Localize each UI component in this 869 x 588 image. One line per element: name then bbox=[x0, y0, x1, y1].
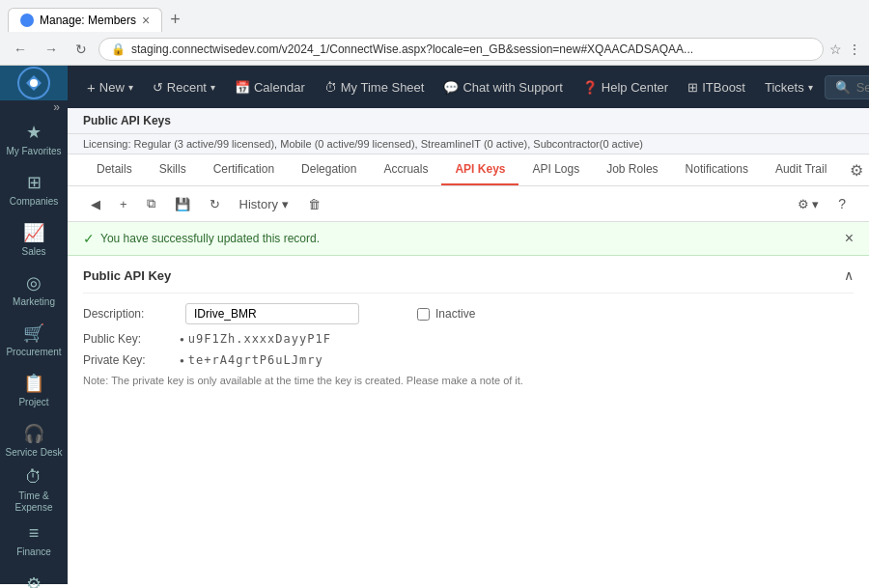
success-message: You have successfully updated this recor… bbox=[100, 232, 320, 245]
top-navigation: + New ▾ ↺ Recent ▾ 📅 Calendar ⏱ My Time … bbox=[68, 66, 869, 108]
main-content: Public API Keys Licensing: Regular (3 ac… bbox=[68, 108, 869, 584]
new-menu[interactable]: + New ▾ bbox=[79, 73, 141, 101]
public-key-row: Public Key: ● u9F1Zh.xxxxDayyP1F bbox=[83, 332, 854, 346]
system-icon: ⚙ bbox=[26, 574, 42, 589]
content-header: Public API Keys bbox=[68, 108, 869, 134]
chat-menu[interactable]: 💬 Chat with Support bbox=[435, 74, 570, 100]
sidebar-item-favorites[interactable]: ★ My Favorites bbox=[0, 114, 68, 164]
tab-certification[interactable]: Certification bbox=[200, 154, 288, 185]
browser-tab[interactable]: Manage: Members × bbox=[8, 8, 162, 32]
tab-skills[interactable]: Skills bbox=[146, 154, 200, 185]
search-input[interactable] bbox=[856, 80, 869, 95]
tab-notifications[interactable]: Notifications bbox=[672, 154, 762, 185]
sidebar-item-project[interactable]: 📋 Project bbox=[0, 365, 68, 415]
expand-icon[interactable]: » bbox=[53, 100, 60, 114]
companies-icon: ⊞ bbox=[27, 172, 42, 193]
tab-audit-trail[interactable]: Audit Trail bbox=[762, 154, 840, 185]
sidebar-item-finance-label: Finance bbox=[16, 546, 51, 558]
browser-menu-button[interactable]: ⋮ bbox=[848, 42, 861, 57]
success-banner: ✓ You have successfully updated this rec… bbox=[68, 222, 869, 256]
private-key-row: Private Key: ● te+rA4grtP6uLJmry bbox=[83, 353, 854, 367]
time-icon: ⏱ bbox=[25, 467, 42, 488]
address-bar: 🔒 bbox=[98, 38, 824, 61]
settings-button[interactable]: ⚙ ▾ bbox=[790, 193, 827, 215]
add-button[interactable]: + bbox=[112, 193, 135, 215]
itboost-menu[interactable]: ⊞ ITBoost bbox=[680, 74, 753, 100]
copy-icon: ⧉ bbox=[147, 196, 155, 211]
forward-button[interactable]: → bbox=[39, 38, 64, 61]
back-icon: ◀ bbox=[91, 197, 100, 211]
collapse-button[interactable]: ∧ bbox=[844, 267, 854, 283]
sidebar-item-finance[interactable]: ≡ Finance bbox=[0, 516, 68, 566]
search-box[interactable]: 🔍 bbox=[825, 75, 869, 99]
url-input[interactable] bbox=[131, 42, 811, 56]
refresh-button[interactable]: ↻ bbox=[202, 193, 228, 215]
tab-delegation[interactable]: Delegation bbox=[288, 154, 370, 185]
add-icon: + bbox=[120, 197, 127, 211]
sidebar-item-servicedesk-label: Service Desk bbox=[6, 447, 63, 459]
sidebar-item-procurement-label: Procurement bbox=[6, 347, 61, 358]
api-key-section: Public API Key ∧ Description: Inactive bbox=[68, 256, 869, 398]
tickets-menu[interactable]: Tickets ▾ bbox=[757, 74, 821, 100]
success-check-icon: ✓ bbox=[83, 231, 95, 246]
licensing-info: Licensing: Regular (3 active/99 licensed… bbox=[68, 134, 869, 154]
itboost-icon: ⊞ bbox=[687, 80, 698, 95]
bookmark-button[interactable]: ☆ bbox=[829, 42, 842, 57]
tab-job-roles[interactable]: Job Roles bbox=[593, 154, 671, 185]
close-tab-button[interactable]: × bbox=[142, 14, 150, 27]
success-close-button[interactable]: × bbox=[845, 230, 854, 247]
sidebar-item-time-label: Time & Expense bbox=[4, 490, 64, 514]
history-button[interactable]: History ▾ bbox=[232, 193, 296, 215]
sidebar-item-procurement[interactable]: 🛒 Procurement bbox=[0, 315, 68, 365]
sidebar-item-servicedesk[interactable]: 🎧 Service Desk bbox=[0, 415, 68, 465]
servicedesk-icon: 🎧 bbox=[23, 423, 44, 444]
sidebar-item-time[interactable]: ⏱ Time & Expense bbox=[0, 465, 68, 516]
sidebar-expand[interactable]: » bbox=[0, 100, 68, 114]
new-tab-button[interactable]: + bbox=[166, 6, 184, 34]
recent-chevron-icon: ▾ bbox=[210, 82, 215, 93]
reload-button[interactable]: ↻ bbox=[70, 38, 93, 61]
sidebar-item-marketing-label: Marketing bbox=[13, 296, 55, 308]
tab-api-keys[interactable]: API Keys bbox=[441, 154, 519, 185]
marketing-icon: ◎ bbox=[26, 272, 42, 294]
history-label: History ▾ bbox=[239, 197, 289, 211]
tab-details[interactable]: Details bbox=[83, 154, 146, 185]
help-menu[interactable]: ❓ Help Center bbox=[575, 74, 676, 100]
favorites-icon: ★ bbox=[26, 122, 42, 143]
chat-icon: 💬 bbox=[443, 80, 459, 95]
sidebar-item-sales[interactable]: 📈 Sales bbox=[0, 214, 68, 265]
tab-api-logs[interactable]: API Logs bbox=[519, 154, 593, 185]
logo[interactable] bbox=[0, 66, 68, 100]
procurement-icon: 🛒 bbox=[23, 322, 44, 344]
svg-point-1 bbox=[30, 79, 38, 87]
settings-gear-icon[interactable]: ⚙ bbox=[850, 161, 863, 180]
plus-icon: + bbox=[87, 79, 96, 96]
finance-icon: ≡ bbox=[29, 523, 40, 544]
help-toolbar-button[interactable]: ? bbox=[830, 192, 854, 215]
refresh-icon: ↻ bbox=[210, 197, 220, 211]
toolbar: ◀ + ⧉ 💾 ↻ History ▾ 🗑 bbox=[68, 186, 869, 222]
public-key-label: Public Key: bbox=[83, 332, 180, 346]
copy-button[interactable]: ⧉ bbox=[139, 192, 163, 215]
sidebar-item-system[interactable]: ⚙ System bbox=[0, 566, 68, 588]
sidebar-item-companies[interactable]: ⊞ Companies bbox=[0, 164, 68, 214]
chat-label: Chat with Support bbox=[463, 80, 562, 95]
recent-menu[interactable]: ↺ Recent ▾ bbox=[145, 74, 223, 100]
description-input[interactable] bbox=[185, 303, 359, 324]
delete-button[interactable]: 🗑 bbox=[300, 193, 328, 215]
save-button[interactable]: 💾 bbox=[167, 193, 198, 215]
timesheet-menu[interactable]: ⏱ My Time Sheet bbox=[317, 74, 433, 100]
tab-accruals[interactable]: Accruals bbox=[370, 154, 441, 185]
api-key-note: Note: The private key is only available … bbox=[83, 375, 854, 386]
recent-icon: ↺ bbox=[153, 80, 163, 95]
back-toolbar-button[interactable]: ◀ bbox=[83, 193, 108, 215]
sidebar-item-marketing[interactable]: ◎ Marketing bbox=[0, 265, 68, 315]
inactive-checkbox[interactable] bbox=[417, 308, 430, 321]
private-key-text: te+rA4grtP6uLJmry bbox=[188, 353, 323, 367]
private-key-label: Private Key: bbox=[83, 353, 180, 367]
back-button[interactable]: ← bbox=[8, 38, 33, 61]
public-key-text: u9F1Zh.xxxxDayyP1F bbox=[188, 332, 331, 346]
help-label: Help Center bbox=[602, 80, 668, 95]
calendar-menu[interactable]: 📅 Calendar bbox=[227, 74, 313, 100]
sidebar-item-sales-label: Sales bbox=[21, 246, 45, 258]
